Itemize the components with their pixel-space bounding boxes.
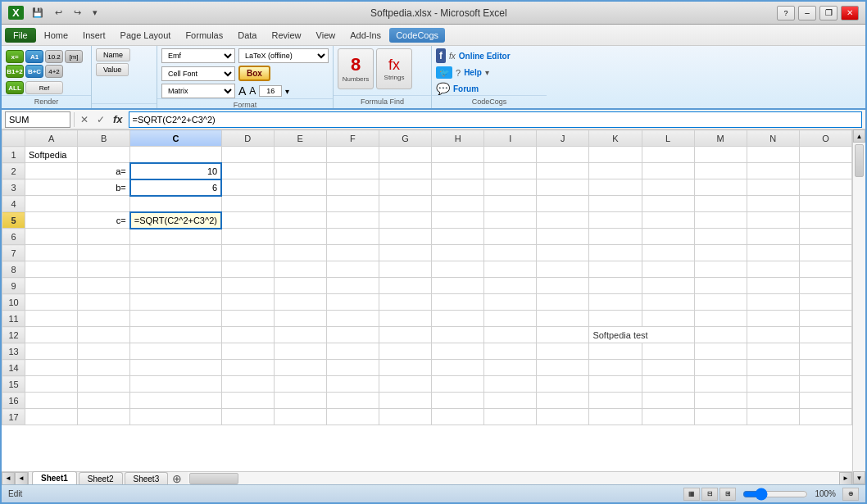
v-scroll-down[interactable]: ▼: [853, 471, 865, 484]
cell-F3[interactable]: [326, 179, 379, 196]
col-H[interactable]: H: [432, 130, 484, 147]
col-I[interactable]: I: [484, 130, 537, 147]
cell-M2[interactable]: [694, 163, 747, 179]
redo-btn[interactable]: ↪: [70, 7, 84, 19]
minimize-btn[interactable]: –: [798, 6, 816, 20]
cell-I2[interactable]: [484, 163, 537, 179]
emf-dropdown[interactable]: Emf: [161, 48, 235, 63]
cell-C4[interactable]: [130, 196, 221, 212]
cancel-formula-btn[interactable]: ✕: [78, 114, 91, 125]
cell-J4[interactable]: [537, 196, 589, 212]
cell-I4[interactable]: [484, 196, 537, 212]
cell-J5[interactable]: [537, 212, 589, 229]
name-box[interactable]: [5, 111, 70, 128]
view-menu[interactable]: View: [310, 28, 343, 43]
cell-A3[interactable]: [25, 179, 78, 196]
cell-F4[interactable]: [326, 196, 379, 212]
addins-menu[interactable]: Add-Ins: [343, 28, 388, 43]
cell-H3[interactable]: [432, 179, 484, 196]
cell-I1[interactable]: [484, 147, 537, 163]
close-btn[interactable]: ✕: [841, 6, 859, 20]
help-btn[interactable]: ?: [777, 6, 795, 20]
matrix-dropdown[interactable]: Matrix: [161, 84, 235, 98]
font-size-increase[interactable]: A: [249, 85, 256, 97]
col-F[interactable]: F: [326, 130, 379, 147]
cell-B3[interactable]: b=: [78, 179, 130, 196]
v-scroll-up[interactable]: ▲: [853, 129, 865, 143]
cell-I3[interactable]: [484, 179, 537, 196]
normal-view-btn[interactable]: ▦: [683, 488, 700, 501]
pagelayout-menu[interactable]: Page Layout: [114, 28, 178, 43]
cell-D4[interactable]: [221, 196, 274, 212]
cell-O4[interactable]: [799, 196, 851, 212]
undo-btn[interactable]: ↩: [52, 7, 66, 19]
confirm-formula-btn[interactable]: ✓: [94, 114, 107, 125]
cell-N3[interactable]: [747, 179, 799, 196]
cellfont-dropdown[interactable]: Cell Font: [161, 66, 235, 81]
cell-B5[interactable]: c=: [78, 212, 130, 229]
cell-G1[interactable]: [379, 147, 431, 163]
help-link[interactable]: Help: [464, 68, 482, 77]
render-all-btn[interactable]: ALL: [6, 81, 24, 94]
box-btn[interactable]: Box: [238, 66, 270, 81]
cell-J2[interactable]: [537, 163, 589, 179]
col-G[interactable]: G: [379, 130, 431, 147]
sheet2-tab[interactable]: Sheet2: [79, 472, 123, 485]
cell-N2[interactable]: [747, 163, 799, 179]
cell-G2[interactable]: [379, 163, 431, 179]
col-K[interactable]: K: [589, 130, 642, 147]
formula-input[interactable]: [129, 111, 862, 128]
strings-btn[interactable]: fx Strings: [376, 48, 412, 89]
cell-D1[interactable]: [221, 147, 274, 163]
online-editor-link[interactable]: Online Editor: [459, 52, 511, 61]
h-scroll-right[interactable]: ►: [839, 472, 852, 485]
cell-L5[interactable]: [642, 212, 694, 229]
cell-M5[interactable]: [694, 212, 747, 229]
cell-A4[interactable]: [25, 196, 78, 212]
cell-I5[interactable]: [484, 212, 537, 229]
h-scroll-track[interactable]: [188, 472, 839, 485]
font-size-input[interactable]: [259, 85, 282, 97]
sheet1-tab[interactable]: Sheet1: [32, 471, 77, 485]
data-menu[interactable]: Data: [231, 28, 263, 43]
cell-M3[interactable]: [694, 179, 747, 196]
new-sheet-btn[interactable]: ⊕: [170, 472, 184, 485]
render-42-btn[interactable]: 4+2: [45, 65, 63, 78]
render-x-btn[interactable]: x=: [6, 50, 24, 63]
cell-J3[interactable]: [537, 179, 589, 196]
col-O[interactable]: O: [799, 130, 851, 147]
cell-E5[interactable]: [274, 212, 326, 229]
cell-A5[interactable]: [25, 212, 78, 229]
v-scroll-thumb[interactable]: [855, 144, 864, 177]
cell-F5[interactable]: [326, 212, 379, 229]
font-size-decrease[interactable]: A: [238, 84, 246, 98]
cell-N1[interactable]: [747, 147, 799, 163]
name-btn[interactable]: Name: [96, 48, 130, 61]
cell-M4[interactable]: [694, 196, 747, 212]
zoom-fit-btn[interactable]: ⊕: [842, 488, 859, 501]
latex-dropdown[interactable]: LaTeX (offline): [238, 48, 329, 63]
cell-C2[interactable]: 10: [130, 163, 221, 179]
cell-G3[interactable]: [379, 179, 431, 196]
cell-H4[interactable]: [432, 196, 484, 212]
cell-N5[interactable]: [747, 212, 799, 229]
col-B[interactable]: B: [78, 130, 130, 147]
help-dropdown-icon[interactable]: ▾: [485, 68, 489, 77]
quick-access-more-btn[interactable]: ▾: [89, 7, 101, 19]
cell-L1[interactable]: [642, 147, 694, 163]
col-E[interactable]: E: [274, 130, 326, 147]
cell-C5[interactable]: =SQRT(C2^2+C3^2): [130, 212, 221, 229]
render-m-btn[interactable]: [m]: [65, 50, 83, 63]
restore-btn[interactable]: ❐: [819, 6, 837, 20]
sheet-scroll-area[interactable]: A B C D E F G H I J K L M: [2, 129, 852, 471]
formulas-menu[interactable]: Formulas: [179, 28, 229, 43]
cell-D3[interactable]: [221, 179, 274, 196]
cell-B4[interactable]: [78, 196, 130, 212]
cell-F1[interactable]: [326, 147, 379, 163]
cell-L2[interactable]: [642, 163, 694, 179]
cell-O5[interactable]: [799, 212, 851, 229]
col-A[interactable]: A: [25, 130, 78, 147]
cell-H5[interactable]: [432, 212, 484, 229]
cell-K2[interactable]: [589, 163, 642, 179]
col-D[interactable]: D: [221, 130, 274, 147]
